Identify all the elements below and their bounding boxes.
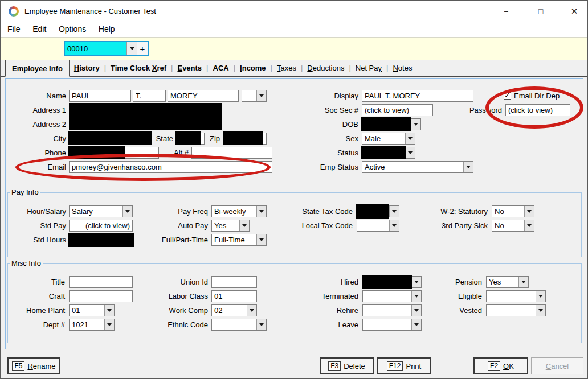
state-tax-redaction [356, 204, 389, 219]
auto-pay-select[interactable]: Yes [211, 220, 250, 232]
delete-button[interactable]: F3 Delete [320, 357, 374, 374]
display-label: Display [297, 90, 358, 102]
chevron-down-icon [239, 220, 249, 231]
labor-class-input[interactable] [211, 290, 257, 302]
maximize-button[interactable]: □ [528, 1, 554, 22]
craft-label: Craft [6, 290, 65, 302]
city-label: City [12, 133, 66, 145]
craft-input[interactable] [69, 290, 133, 302]
tab-taxes[interactable]: Taxes [272, 60, 301, 77]
chevron-down-icon [518, 277, 528, 287]
full-part-time-select[interactable]: Full-Time [211, 234, 267, 246]
dept-select[interactable]: 1021 [69, 319, 115, 331]
state-tax-code-label: State Tax Code [291, 205, 353, 217]
union-id-input[interactable] [211, 276, 257, 288]
suffix-select[interactable] [242, 90, 267, 102]
tab-history[interactable]: History [70, 60, 104, 77]
alt-phone-input[interactable] [191, 147, 272, 159]
terminated-select[interactable] [362, 290, 422, 302]
w2-statutory-select[interactable]: No [492, 205, 534, 217]
misc-info-legend: Misc Info [10, 259, 43, 268]
leave-select[interactable] [362, 319, 422, 331]
emp-status-select[interactable]: Active [362, 161, 473, 173]
home-plant-select[interactable]: 01 [69, 304, 115, 316]
state-label: State [154, 133, 173, 145]
first-name-input[interactable] [69, 90, 131, 102]
tab-deductions[interactable]: Deductions [303, 60, 349, 77]
status-label: Status [297, 147, 358, 159]
chevron-down-icon [411, 291, 421, 302]
pension-label: Pension [425, 276, 482, 288]
third-party-sick-select[interactable]: No [492, 220, 534, 232]
status-redaction [361, 146, 406, 159]
middle-name-input[interactable] [133, 90, 166, 102]
tab-time-clock-xref[interactable]: Time Clock Xref [106, 60, 171, 77]
menu-file[interactable]: File [2, 22, 26, 34]
pay-freq-label: Pay Freq [149, 205, 208, 217]
cancel-button[interactable]: Cancel [531, 357, 583, 374]
title-bar: Employee Maintenance - Customer Test − □… [1, 1, 587, 22]
dob-redaction [361, 117, 411, 131]
menu-edit[interactable]: Edit [27, 22, 51, 34]
chevron-down-icon[interactable] [126, 42, 137, 55]
f12-keycap: F12 [387, 361, 403, 371]
std-hours-redaction [68, 233, 134, 247]
title-input[interactable] [69, 276, 133, 288]
password-input[interactable] [505, 104, 570, 116]
tab-events[interactable]: Events [173, 60, 206, 77]
ok-button[interactable]: F2 OK [473, 357, 528, 374]
eligible-select[interactable] [486, 290, 546, 302]
hour-salary-select[interactable]: Salary [69, 205, 133, 217]
close-button[interactable]: ✕ [561, 1, 587, 22]
city-redaction [68, 131, 152, 145]
terminated-label: Terminated [297, 290, 358, 302]
chevron-down-icon [411, 305, 421, 316]
employee-id-combo[interactable]: 00010 + [64, 41, 149, 56]
pay-freq-select[interactable]: Bi-weekly [211, 205, 267, 217]
tab-notes[interactable]: Notes [388, 60, 416, 77]
email-input[interactable] [69, 161, 272, 173]
local-tax-code-label: Local Tax Code [291, 220, 353, 232]
work-comp-select[interactable]: 02 [211, 304, 257, 316]
email-label: Email [12, 161, 66, 173]
last-name-input[interactable] [168, 90, 239, 102]
tab-employee-info[interactable]: Employee Info [5, 60, 70, 77]
sex-select[interactable]: Male [362, 133, 415, 145]
email-dir-dep-checkbox[interactable] [504, 92, 511, 100]
std-pay-input[interactable] [69, 220, 133, 232]
w2-statutory-label: W-2: Statutory [424, 205, 488, 217]
tab-net-pay[interactable]: Net Pay [351, 60, 386, 77]
dob-label: DOB [297, 118, 358, 130]
pay-info-legend: Pay Info [10, 188, 40, 197]
work-comp-label: Work Comp [149, 304, 208, 316]
address1-label: Address 1 [12, 104, 66, 116]
sex-label: Sex [297, 133, 358, 145]
chevron-down-icon [247, 305, 256, 316]
app-icon [9, 6, 19, 17]
ethnic-code-select[interactable] [211, 319, 267, 331]
f2-keycap: F2 [488, 361, 500, 371]
rehire-select[interactable] [362, 304, 422, 316]
ethnic-code-label: Ethnic Code [149, 319, 208, 331]
hired-label: Hired [297, 276, 358, 288]
employee-id-value[interactable]: 00010 [65, 42, 126, 55]
tab-aca[interactable]: ACA [209, 60, 234, 77]
eligible-label: Eligible [425, 290, 482, 302]
chevron-down-icon [463, 162, 473, 172]
third-party-sick-label: 3rd Party Sick [424, 220, 488, 232]
emp-status-label: Emp Status [297, 161, 358, 173]
print-button[interactable]: F12 Print [377, 357, 431, 374]
tab-income[interactable]: Income [235, 60, 271, 77]
pension-select[interactable]: Yes [486, 276, 529, 288]
menu-help[interactable]: Help [93, 22, 120, 34]
add-employee-button[interactable]: + [137, 42, 148, 55]
employee-maintenance-window: Employee Maintenance - Customer Test − □… [0, 0, 588, 379]
vested-select[interactable] [486, 304, 546, 316]
minimize-button[interactable]: − [493, 1, 519, 22]
display-name-input[interactable] [362, 90, 473, 102]
local-tax-code-select[interactable] [357, 220, 399, 232]
menu-options[interactable]: Options [54, 22, 91, 34]
name-label: Name [12, 90, 66, 102]
rename-button[interactable]: F5 Rename [7, 357, 60, 374]
ssn-input[interactable] [362, 104, 433, 116]
